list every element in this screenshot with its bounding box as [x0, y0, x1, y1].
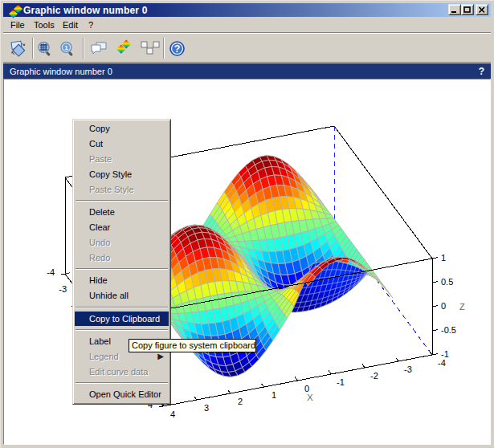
- svg-text:1: 1: [271, 390, 276, 400]
- svg-text:-0.5: -0.5: [441, 325, 456, 335]
- svg-text:1: 1: [441, 253, 446, 263]
- svg-text:X: X: [307, 393, 313, 402]
- svg-text:2: 2: [238, 397, 243, 406]
- svg-text:-2: -2: [370, 371, 378, 381]
- svg-text:-4: -4: [47, 267, 55, 277]
- svg-text:-1: -1: [441, 349, 449, 359]
- svg-text:3: 3: [204, 403, 209, 413]
- svg-text:0.5: 0.5: [441, 277, 453, 287]
- svg-text:-4: -4: [438, 358, 446, 368]
- svg-text:-3: -3: [59, 284, 67, 294]
- svg-text:0: 0: [441, 301, 446, 311]
- svg-text:-3: -3: [404, 365, 412, 374]
- svg-text:4: 4: [170, 409, 175, 419]
- svg-text:-1: -1: [337, 377, 345, 387]
- svg-text:Z: Z: [459, 302, 465, 312]
